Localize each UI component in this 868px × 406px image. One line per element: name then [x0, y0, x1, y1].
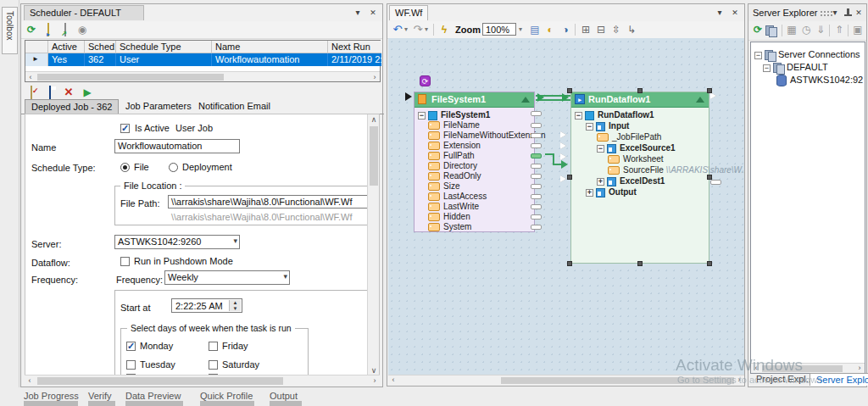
tree-horizontal-scrollbar[interactable]: ‹ › — [751, 363, 865, 373]
row-selector-marker[interactable] — [25, 53, 48, 66]
name-input[interactable]: Workflowautomation — [114, 139, 240, 153]
new-schedule-icon[interactable] — [42, 23, 55, 36]
rundataflow-node-header[interactable]: ▸ RunDataflow1 — [571, 92, 709, 108]
output-pin[interactable] — [531, 214, 542, 220]
scroll-right-icon[interactable]: › — [370, 376, 380, 386]
selection-handle[interactable] — [637, 261, 643, 266]
column-header-active[interactable]: Active — [48, 41, 85, 53]
output-pin[interactable] — [531, 143, 542, 148]
output-pin[interactable] — [531, 123, 542, 128]
cell-active[interactable]: Yes — [48, 53, 85, 66]
tree-row[interactable]: Output — [575, 186, 709, 197]
server-explorer-menu-chevron-icon[interactable] — [829, 7, 841, 19]
day-monday-checkbox[interactable] — [126, 342, 136, 351]
header-output-pin[interactable] — [710, 92, 716, 99]
tab-job-parameters[interactable]: Job Parameters — [120, 99, 198, 114]
server-icon[interactable] — [765, 23, 779, 36]
output-pin[interactable] — [531, 194, 542, 199]
show-dataflow-icon[interactable]: ◐ — [543, 23, 557, 36]
zoom-level-combobox[interactable]: 100% — [482, 23, 516, 36]
server-explorer-close-icon[interactable] — [853, 7, 865, 19]
workflow-canvas[interactable]: ⟳ FileSystem1 FileSystem1 FileName FileN… — [388, 38, 744, 377]
scroll-thumb[interactable] — [37, 377, 283, 385]
column-header-schedule-id[interactable]: Sched... — [85, 41, 116, 53]
server-select[interactable]: ASTWKS1042:9260 ▾ — [114, 235, 240, 249]
output-pin[interactable] — [531, 184, 542, 189]
tree-item-default[interactable]: DEFAULT — [763, 62, 828, 73]
deployment-radio[interactable] — [169, 163, 178, 172]
window-icon[interactable]: ▣ — [851, 23, 865, 36]
workflow-close-icon[interactable] — [729, 7, 741, 19]
cell-schedule-type[interactable]: User — [116, 53, 212, 66]
scroll-thumb[interactable] — [370, 126, 378, 186]
schema-root-row[interactable]: FileSystem1 — [418, 109, 534, 120]
start-at-spinner[interactable]: 2:22:25 AM ▲▼ — [171, 298, 242, 313]
output-pin[interactable] — [531, 225, 542, 230]
canvas-horizontal-scrollbar[interactable]: ‹ › — [388, 375, 744, 385]
zoom-in-icon[interactable]: ⊞ — [579, 23, 593, 36]
day-saturday-checkbox[interactable] — [209, 360, 218, 370]
connector-style-icon[interactable]: ↳ — [625, 23, 638, 36]
input-pin[interactable] — [560, 131, 566, 138]
scroll-right-icon[interactable]: › — [734, 375, 744, 385]
run-schedule-icon[interactable]: ▶ — [81, 86, 94, 99]
tree-row[interactable]: _JobFilePath — [575, 131, 709, 142]
tree-row[interactable]: ExcelSource1 — [575, 142, 709, 153]
expand-icon[interactable] — [597, 178, 604, 186]
spinner-buttons[interactable]: ▲▼ — [229, 300, 241, 311]
tree-row[interactable]: Worksheet — [575, 153, 709, 164]
output-pin[interactable] — [531, 133, 542, 138]
zoom-out-icon[interactable]: ⊟ — [594, 23, 608, 36]
filesystem-node-header[interactable]: FileSystem1 — [415, 92, 534, 108]
scroll-right-icon[interactable]: › — [370, 73, 380, 82]
refresh-servers-icon[interactable]: ⟳ — [751, 23, 765, 36]
file-path-input[interactable]: \\arrakis\share\Wajiha\8.0\Functional\WF… — [168, 195, 376, 209]
workflow-menu-chevron-icon[interactable] — [714, 7, 726, 19]
collapse-icon[interactable] — [586, 123, 593, 131]
upload-icon[interactable]: ⇑ — [832, 23, 846, 36]
day-friday-checkbox[interactable] — [209, 342, 218, 351]
validate-schedule-icon[interactable] — [25, 86, 38, 99]
file-radio[interactable] — [120, 163, 130, 172]
edit-schedule-icon[interactable] — [58, 23, 72, 36]
column-header-name[interactable]: Name — [212, 41, 328, 53]
workflow-document-tab[interactable]: WF.Wf — [389, 5, 428, 20]
scroll-thumb[interactable] — [501, 377, 734, 384]
output-pin[interactable] — [531, 204, 542, 209]
download-icon[interactable]: ⇓ — [814, 23, 827, 36]
scheduler-close-icon[interactable] — [367, 7, 379, 19]
redo-dropdown-icon[interactable]: ▾ — [423, 23, 430, 36]
pushdown-checkbox[interactable] — [120, 257, 130, 266]
tree-row[interactable]: ExcelDest1 — [575, 175, 709, 186]
toolbox-tab[interactable]: Toolbox — [2, 7, 18, 54]
table-horizontal-scrollbar[interactable]: ‹ › — [25, 71, 380, 81]
save-schedule-icon[interactable] — [43, 86, 57, 99]
scroll-left-icon[interactable]: ‹ — [25, 376, 35, 386]
expand-icon[interactable] — [586, 189, 593, 197]
scroll-left-icon[interactable]: ‹ — [25, 73, 36, 82]
tab-deployed-job[interactable]: Deployed Job - 362 — [25, 99, 119, 114]
selection-handle[interactable] — [567, 261, 572, 266]
scroll-left-icon[interactable]: ‹ — [388, 375, 398, 385]
validate-workflow-icon[interactable]: ϟ — [437, 23, 451, 36]
tree-item-server-node[interactable]: ASTWKS1042:92 — [776, 75, 863, 86]
selection-handle[interactable] — [637, 88, 643, 93]
input-pin[interactable] — [560, 153, 566, 160]
day-tuesday-checkbox[interactable] — [126, 360, 136, 370]
frequency-select[interactable]: Weekly ▾ — [164, 270, 290, 285]
cell-schedule-id[interactable]: 362 — [85, 53, 116, 66]
output-pin[interactable] — [710, 180, 721, 185]
scroll-right-icon[interactable]: › — [854, 364, 865, 373]
delete-schedule-icon[interactable]: ✕ — [62, 86, 75, 99]
collapse-icon[interactable] — [575, 112, 582, 120]
selection-handle[interactable] — [707, 261, 712, 266]
history-icon[interactable]: ◷ — [799, 23, 813, 36]
output-pin[interactable] — [531, 164, 542, 169]
output-pin[interactable] — [531, 174, 542, 179]
collapse-icon[interactable] — [754, 52, 762, 59]
tree-item-server-connections[interactable]: Server Connections — [754, 49, 860, 60]
print-layout-icon[interactable]: ▤ — [528, 23, 542, 36]
zoom-dropdown-icon[interactable]: ▾ — [517, 23, 524, 36]
fullpath-connected-pin[interactable] — [531, 153, 542, 159]
collapse-node-icon[interactable] — [521, 97, 530, 103]
